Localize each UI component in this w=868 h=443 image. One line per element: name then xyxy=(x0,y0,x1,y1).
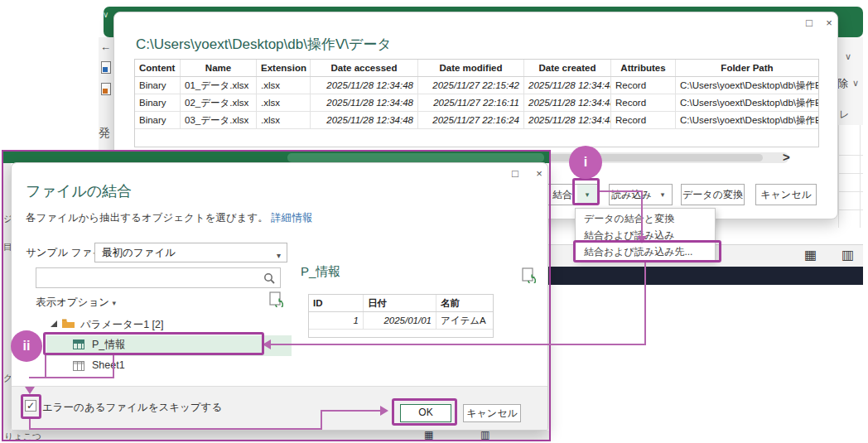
transform-data-button[interactable]: データの変換 xyxy=(681,184,745,205)
ribbon-chevron-icon-2: ∨ xyxy=(852,78,859,89)
titlebar-chevron-icon: ∨ xyxy=(103,10,108,19)
tree-item-sheet1[interactable]: Sheet1 xyxy=(92,359,125,371)
worksheet-fragment xyxy=(838,125,863,228)
cancel-button[interactable]: キャンセル xyxy=(755,184,817,205)
annotation-line xyxy=(644,262,646,345)
table-row[interactable]: Binary 03_データ.xlsx .xlsx 2025/11/28 12:3… xyxy=(135,112,818,129)
col-header[interactable]: 名前 xyxy=(436,295,493,311)
cell-date-accessed: 2025/11/28 12:34:48 xyxy=(311,112,418,128)
annotation-box-combine-caret xyxy=(572,178,600,205)
col-header[interactable]: 日付 xyxy=(364,295,436,311)
cell-attributes: Record xyxy=(611,112,676,128)
cell-date: 2025/01/01 xyxy=(364,312,436,329)
menu-item-combine-transform[interactable]: データの結合と変換 xyxy=(576,210,715,227)
sample-file-select[interactable]: 最初のファイル ▾ xyxy=(94,243,287,262)
cell-content: Binary xyxy=(135,112,181,128)
scroll-right-icon[interactable]: > xyxy=(783,149,790,166)
search-input[interactable] xyxy=(36,267,281,288)
close-icon[interactable]: × xyxy=(532,167,547,181)
cell-name: 02_データ.xlsx xyxy=(181,94,257,111)
close-icon[interactable]: × xyxy=(822,17,837,30)
folder-icon xyxy=(61,318,75,329)
table-row[interactable]: Binary 01_データ.xlsx .xlsx 2025/11/28 12:3… xyxy=(135,77,818,94)
display-options-label: 表示オプション xyxy=(36,296,109,308)
cell-name: 03_データ.xlsx xyxy=(181,112,257,128)
annotation-box-tree-item xyxy=(43,332,264,355)
preview-title: P_情報 xyxy=(301,264,340,280)
taskbar-fragment xyxy=(497,267,863,285)
maximize-button[interactable]: □ xyxy=(802,17,817,30)
ribbon-chevron-icon-1: ∨ xyxy=(845,51,851,62)
col-header[interactable]: Date modified xyxy=(418,60,524,76)
col-header[interactable]: ID xyxy=(309,295,364,311)
annotation-line xyxy=(321,410,322,430)
maximize-button[interactable]: □ xyxy=(508,167,523,181)
view-icon-fragment-2: ▥ xyxy=(480,431,489,440)
preview-header: ID 日付 名前 xyxy=(309,295,493,312)
col-header[interactable]: Extension xyxy=(257,60,311,76)
cell-content: Binary xyxy=(135,77,181,94)
cell-date-modified: 2025/11/27 22:15:42 xyxy=(418,77,524,94)
document-icon-blue xyxy=(101,61,111,74)
cell-date-created: 2025/11/28 12:34:48 xyxy=(524,112,611,128)
table-row[interactable]: Binary 02_データ.xlsx .xlsx 2025/11/28 12:3… xyxy=(135,94,818,112)
view-normal-icon[interactable]: ▦ xyxy=(804,247,817,263)
combine-files-region: ジ 目 ク りょこつ ▦ ▥ □ × ファイルの結合 各ファイルから抽出するオブ… xyxy=(2,150,551,441)
preview-table: ID 日付 名前 1 2025/01/01 アイテムA xyxy=(308,294,494,338)
cell-attributes: Record xyxy=(611,94,676,111)
annotation-line xyxy=(29,377,114,378)
cell-date-accessed: 2025/11/28 12:34:48 xyxy=(311,94,418,111)
cell-content: Binary xyxy=(135,94,181,111)
preview-row: 1 2025/01/01 アイテムA xyxy=(309,312,493,330)
dialog-subtitle: 各ファイルから抽出するオブジェクトを選びます。 詳細情報 xyxy=(26,211,312,225)
cell-extension: .xlsx xyxy=(257,112,311,128)
cell-date-created: 2025/11/28 12:34:48 xyxy=(524,94,611,111)
annotation-line xyxy=(45,355,46,378)
refresh-file-icon[interactable] xyxy=(269,291,283,307)
view-layout-icon[interactable]: ▥ xyxy=(841,247,854,263)
col-header[interactable]: Date created xyxy=(524,60,611,76)
annotation-line xyxy=(29,428,322,430)
screenshot-canvas: ∨ ← 発 ∨ 除 ∨ レ ▦ ▥ □ × C:\Users\yoext\Des… xyxy=(0,0,868,443)
skip-errors-label: エラーのあるファイルをスキップする xyxy=(42,401,222,415)
folder-path-title: C:\Users\yoext\Desktop\db\操作V\データ xyxy=(136,35,392,54)
combine-files-dialog: □ × ファイルの結合 各ファイルから抽出するオブジェクトを選びます。 詳細情報… xyxy=(11,162,548,431)
details-link[interactable]: 詳細情報 xyxy=(271,212,312,224)
chevron-down-icon: ▾ xyxy=(112,299,116,307)
titlebar-search-pill xyxy=(287,153,544,162)
tree-folder-label[interactable]: パラメーター1 [2] xyxy=(80,318,164,332)
cell-extension: .xlsx xyxy=(257,94,311,111)
display-options-dropdown[interactable]: 表示オプション ▾ xyxy=(36,296,116,310)
col-header[interactable]: Name xyxy=(181,60,257,76)
annotation-line xyxy=(641,191,643,238)
bottom-fragment-strip: りょこつ ▦ ▥ xyxy=(3,431,549,440)
load-dropdown-caret[interactable]: ▾ xyxy=(653,184,673,205)
col-header[interactable]: Content xyxy=(135,60,181,76)
col-header[interactable]: Attributes xyxy=(611,60,676,76)
cell-id: 1 xyxy=(309,312,364,329)
cell-date-accessed: 2025/11/28 12:34:48 xyxy=(311,77,418,94)
col-header[interactable]: Date accessed xyxy=(311,60,418,76)
load-button[interactable]: 読み込み xyxy=(609,184,654,205)
annotation-box-checkbox xyxy=(21,394,41,419)
cell-date-modified: 2025/11/27 22:16:11 xyxy=(418,94,524,111)
col-header[interactable]: Folder Path xyxy=(676,60,818,76)
cell-folder-path: C:\Users\yoext\Desktop\db\操作EV\デ- xyxy=(676,77,818,94)
view-icon-fragment-1: ▦ xyxy=(424,431,433,440)
refresh-file-icon[interactable] xyxy=(522,267,536,283)
tree-expand-icon[interactable] xyxy=(51,320,57,327)
kanji-fragment-left: 発 xyxy=(99,126,113,147)
files-table-header: Content Name Extension Date accessed Dat… xyxy=(135,60,818,77)
status-text-fragment: りょこつ xyxy=(4,431,41,440)
annotation-arrow-right xyxy=(380,406,388,416)
left-pane-fragment: ジ 目 ク xyxy=(3,163,11,431)
dialog-title: ファイルの結合 xyxy=(26,181,132,201)
cancel-button[interactable]: キャンセル xyxy=(463,404,521,422)
ribbon-fragment-glyph: レ xyxy=(839,108,849,122)
annotation-line xyxy=(268,344,646,345)
annotation-step-badge-i: i xyxy=(569,146,602,179)
annotation-box-ok xyxy=(392,398,457,426)
cell-name: 01_データ.xlsx xyxy=(181,77,257,94)
ribbon-kanji-fragment: 除 xyxy=(837,76,851,91)
cell-folder-path: C:\Users\yoext\Desktop\db\操作EV\デ- xyxy=(676,94,818,111)
